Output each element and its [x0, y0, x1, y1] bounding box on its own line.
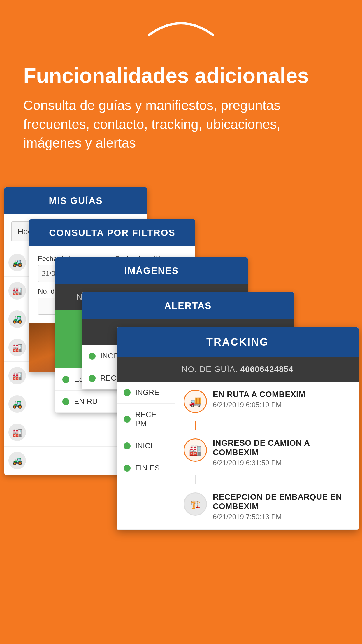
tracking-events-col: 🚚 EN RUTA A COMBEXIM 6/21/2019 6:05:19 P… [175, 382, 359, 529]
event-info-2: INGRESO DE CAMION A COMBEXIM 6/21/2019 6… [213, 438, 350, 467]
tracking-side-status: INGRE RECE PM INICI FIN ES [117, 382, 359, 530]
track-dot-rece [124, 416, 131, 423]
page-subtitle: Consulta de guías y manifiestos, pregunt… [23, 96, 339, 152]
track-dot-inici [124, 442, 131, 449]
forklift-icon-3: 🚜 [8, 395, 26, 413]
warehouse-icon-1: 🏭 [8, 282, 26, 300]
tracking-body: INGRE RECE PM INICI FIN ES [117, 382, 359, 530]
event-title-1: EN RUTA A COMBEXIM [213, 390, 350, 399]
tracking-guia-label: NO. DE GUÍA: [182, 365, 238, 374]
logo-arc [23, 18, 339, 41]
event-icon-2: 🏭 [184, 438, 207, 462]
tracking-connector-2 [195, 475, 196, 484]
forklift-icon-2: 🚜 [8, 310, 26, 328]
track-text-rece: RECE PM [135, 410, 168, 428]
event-date-3: 6/21/2019 7:50:13 PM [213, 513, 350, 521]
status-dot-ingre [89, 353, 96, 360]
status-text-enru: EN RU [74, 397, 98, 406]
alertas-header: ALERTAS [82, 292, 294, 319]
status-dot-enru [62, 398, 69, 405]
forklift-icon-1: 🚜 [8, 254, 26, 271]
warehouse-icon-2: 🏭 [8, 339, 26, 356]
tracking-connector-1 [195, 421, 196, 430]
track-dot-fin [124, 465, 131, 472]
cards-stack: MIS GUÍAS Hace 5 dias Hace 10 dias Hace … [0, 187, 362, 590]
tracking-guia: NO. DE GUÍA: 40606424854 [125, 365, 350, 374]
event-date-1: 6/21/2019 6:05:19 PM [213, 401, 350, 409]
track-text-fin: FIN ES [135, 463, 160, 473]
tracking-card: TRACKING NO. DE GUÍA: 40606424854 INGRE … [117, 327, 359, 530]
forklift-icon-4: 🚜 [8, 452, 26, 469]
event-info-3: RECEPCION DE EMBARQUE EN COMBEXIM 6/21/2… [213, 492, 350, 521]
track-status-fin: FIN ES [117, 457, 175, 479]
filtros-header: CONSULTA POR FILTROS [29, 219, 195, 246]
event-info-1: EN RUTA A COMBEXIM 6/21/2019 6:05:19 PM [213, 390, 350, 409]
track-status-ingre: INGRE [117, 382, 175, 404]
tracking-side-col: INGRE RECE PM INICI FIN ES [117, 382, 175, 529]
track-dot-ingre [124, 389, 131, 396]
tracking-subheader: NO. DE GUÍA: 40606424854 [117, 357, 359, 382]
track-status-rece: RECE PM [117, 404, 175, 435]
event-title-2: INGRESO DE CAMION A COMBEXIM [213, 438, 350, 457]
track-text-inici: INICI [135, 441, 152, 450]
track-status-inici: INICI [117, 435, 175, 457]
tracking-event-1: 🚚 EN RUTA A COMBEXIM 6/21/2019 6:05:19 P… [175, 382, 359, 421]
page-title: Funcionalidades adicionales [23, 64, 339, 87]
event-icon-3: 🏗️ [184, 492, 207, 516]
top-section: Funcionalidades adicionales Consulta de … [0, 0, 362, 164]
imagenes-header: IMÁGENES [55, 257, 248, 284]
status-dot-esta [62, 376, 69, 383]
warehouse-icon-4: 🏭 [8, 424, 26, 441]
mis-guias-header: MIS GUÍAS [4, 187, 147, 214]
warehouse-icon-3: 🏭 [8, 367, 26, 384]
event-icon-1: 🚚 [184, 390, 207, 413]
tracking-event-3: 🏗️ RECEPCION DE EMBARQUE EN COMBEXIM 6/2… [175, 484, 359, 529]
tracking-event-2: 🏭 INGRESO DE CAMION A COMBEXIM 6/21/2019… [175, 430, 359, 475]
tracking-header: TRACKING [117, 327, 359, 357]
status-dot-rece [89, 375, 96, 382]
track-text-ingre: INGRE [135, 388, 159, 397]
event-date-2: 6/21/2019 6:31:59 PM [213, 459, 350, 467]
tracking-guia-value: 40606424854 [240, 365, 293, 374]
event-title-3: RECEPCION DE EMBARQUE EN COMBEXIM [213, 492, 350, 511]
